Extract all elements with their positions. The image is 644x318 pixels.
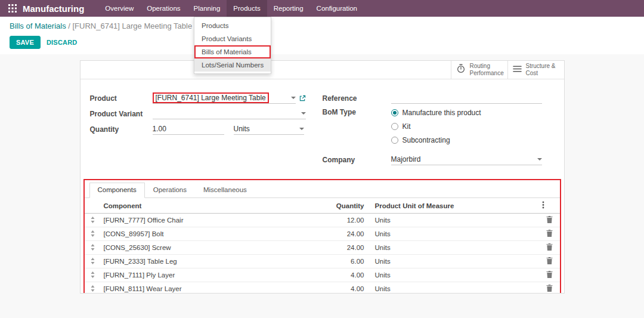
product-field[interactable]: [FURN_6741] Large Meeting Table bbox=[153, 92, 296, 104]
bom-type-option[interactable]: Manufacture this product bbox=[391, 109, 481, 117]
notebook-tab[interactable]: Miscellaneous bbox=[195, 183, 255, 197]
external-link-icon[interactable] bbox=[299, 93, 306, 104]
delete-cell bbox=[540, 268, 560, 282]
trash-icon[interactable] bbox=[546, 243, 553, 251]
bom-type-option[interactable]: Subcontracting bbox=[391, 136, 481, 144]
component-cell[interactable]: [FURN_2333] Table Leg bbox=[101, 255, 310, 268]
product-input[interactable]: [FURN_6741] Large Meeting Table bbox=[156, 94, 266, 102]
notebook-tab[interactable]: Components bbox=[89, 183, 145, 198]
component-row[interactable]: [FURN_2333] Table Leg 6.00 Units bbox=[85, 255, 560, 268]
uom-value[interactable]: Units bbox=[234, 125, 250, 133]
control-panel: Bills of Materials / [FURN_6741] Large M… bbox=[0, 17, 644, 54]
company-field-row: Company Majorbird bbox=[323, 154, 555, 165]
component-row[interactable]: [FURN_7777] Office Chair 12.00 Units bbox=[85, 214, 560, 227]
reference-label: Reference bbox=[323, 94, 391, 103]
routing-performance-button[interactable]: Routing Performance bbox=[451, 61, 507, 79]
delete-cell bbox=[540, 255, 560, 268]
drag-handle-icon[interactable] bbox=[91, 244, 95, 251]
drag-handle-icon[interactable] bbox=[91, 285, 95, 292]
trash-icon[interactable] bbox=[546, 285, 553, 292]
uom-cell[interactable]: Units bbox=[367, 282, 540, 294]
form-right-column: Reference BoM Type Manufactur bbox=[323, 92, 555, 169]
uom-cell[interactable]: Units bbox=[367, 268, 540, 282]
bom-type-options: Manufacture this product Kit bbox=[391, 108, 481, 144]
radio-icon bbox=[391, 109, 398, 116]
top-menu-item[interactable]: Configuration bbox=[310, 0, 364, 17]
top-menu-item[interactable]: Planning bbox=[187, 0, 227, 17]
quantity-cell[interactable]: 6.00 bbox=[310, 255, 367, 268]
trash-icon[interactable] bbox=[546, 257, 553, 264]
uom-cell[interactable]: Units bbox=[367, 241, 540, 255]
company-value[interactable]: Majorbird bbox=[391, 155, 421, 163]
stat-button-label: Routing Performance bbox=[470, 63, 504, 77]
company-select[interactable]: Majorbird bbox=[391, 154, 542, 165]
drag-handle-icon[interactable] bbox=[91, 271, 95, 278]
quantity-value[interactable]: 1.00 bbox=[153, 125, 166, 133]
structure-cost-button[interactable]: Structure & Cost bbox=[507, 61, 564, 79]
trash-icon[interactable] bbox=[546, 230, 553, 237]
component-column-header: Component bbox=[101, 198, 310, 214]
quantity-cell[interactable]: 4.00 bbox=[310, 268, 367, 282]
uom-cell[interactable]: Units bbox=[367, 214, 540, 227]
quantity-cell[interactable]: 24.00 bbox=[310, 241, 367, 255]
top-menu-item[interactable]: Operations bbox=[140, 0, 187, 17]
component-cell[interactable]: [CONS_89957] Bolt bbox=[101, 227, 310, 241]
product-variant-field[interactable] bbox=[153, 108, 306, 119]
top-menu-item[interactable]: Reporting bbox=[267, 0, 310, 17]
chevron-down-icon[interactable] bbox=[301, 112, 306, 115]
quantity-cell[interactable]: 12.00 bbox=[310, 214, 367, 227]
chevron-down-icon[interactable] bbox=[299, 128, 304, 130]
bom-type-option[interactable]: Kit bbox=[391, 122, 481, 131]
notebook-tab[interactable]: Operations bbox=[145, 183, 195, 197]
quantity-field-row: Quantity 1.00 Units bbox=[90, 124, 306, 135]
reference-input[interactable] bbox=[391, 92, 542, 104]
quantity-cell[interactable]: 24.00 bbox=[310, 227, 367, 241]
component-row[interactable]: [FURN_8111] Wear Layer 4.00 Units bbox=[85, 282, 560, 294]
quantity-input[interactable]: 1.00 bbox=[153, 124, 224, 135]
component-row[interactable]: [CONS_25630] Screw 24.00 Units bbox=[85, 241, 560, 255]
optional-columns-toggle[interactable] bbox=[540, 198, 560, 214]
breadcrumb-parent-link[interactable]: Bills of Materials bbox=[10, 21, 66, 30]
top-menu-item[interactable]: Products bbox=[227, 0, 267, 17]
trash-icon[interactable] bbox=[546, 216, 553, 223]
timer-icon bbox=[456, 64, 466, 76]
odoo-manufacturing-page: Manufacturing Overview Operations Planni… bbox=[0, 0, 644, 318]
uom-select[interactable]: Units bbox=[234, 124, 304, 135]
component-cell[interactable]: [FURN_7111] Ply Layer bbox=[101, 268, 310, 282]
component-cell[interactable]: [FURN_8111] Wear Layer bbox=[101, 282, 310, 294]
bom-form-sheet: Routing Performance Structure & Cost Pro… bbox=[80, 60, 565, 294]
drag-handle-cell bbox=[85, 241, 101, 255]
dropdown-menu-item[interactable]: Lots/Serial Numbers bbox=[194, 58, 271, 72]
uom-cell[interactable]: Units bbox=[367, 227, 540, 241]
uom-cell[interactable]: Units bbox=[367, 255, 540, 268]
component-row[interactable]: [FURN_7111] Ply Layer 4.00 Units bbox=[85, 268, 560, 282]
component-cell[interactable]: [FURN_7777] Office Chair bbox=[101, 214, 310, 227]
component-cell[interactable]: [CONS_25630] Screw bbox=[101, 241, 310, 255]
app-name[interactable]: Manufacturing bbox=[20, 0, 90, 17]
component-row[interactable]: [CONS_89957] Bolt 24.00 Units bbox=[85, 227, 560, 241]
chevron-down-icon[interactable] bbox=[537, 158, 542, 160]
breadcrumb-separator: / bbox=[66, 21, 73, 30]
save-button[interactable]: SAVE bbox=[10, 36, 41, 49]
uom-column-header: Product Unit of Measure bbox=[367, 198, 540, 214]
dropdown-menu-item[interactable]: Products bbox=[194, 19, 271, 32]
dropdown-menu-item[interactable]: Product Variants bbox=[194, 32, 271, 45]
trash-icon[interactable] bbox=[546, 271, 553, 278]
radio-icon bbox=[391, 123, 398, 130]
breadcrumb: Bills of Materials / [FURN_6741] Large M… bbox=[10, 21, 634, 30]
product-variant-field-row: Product Variant bbox=[90, 108, 306, 119]
chevron-down-icon[interactable] bbox=[291, 97, 296, 99]
discard-button[interactable]: DISCARD bbox=[47, 39, 78, 46]
quantity-cell[interactable]: 4.00 bbox=[310, 282, 367, 294]
drag-handle-icon[interactable] bbox=[91, 258, 95, 264]
product-annotation-box: [FURN_6741] Large Meeting Table bbox=[153, 92, 269, 103]
radio-label: Kit bbox=[402, 122, 411, 131]
drag-handle-icon[interactable] bbox=[91, 217, 95, 223]
top-menu-item[interactable]: Overview bbox=[98, 0, 140, 17]
dropdown-menu-item[interactable]: Bills of Materials bbox=[194, 45, 271, 58]
radio-icon bbox=[391, 137, 398, 144]
apps-grid-icon[interactable] bbox=[5, 0, 20, 17]
control-panel-buttons: SAVE DISCARD bbox=[10, 36, 634, 49]
radio-label: Subcontracting bbox=[402, 136, 450, 144]
drag-handle-icon[interactable] bbox=[91, 230, 95, 237]
